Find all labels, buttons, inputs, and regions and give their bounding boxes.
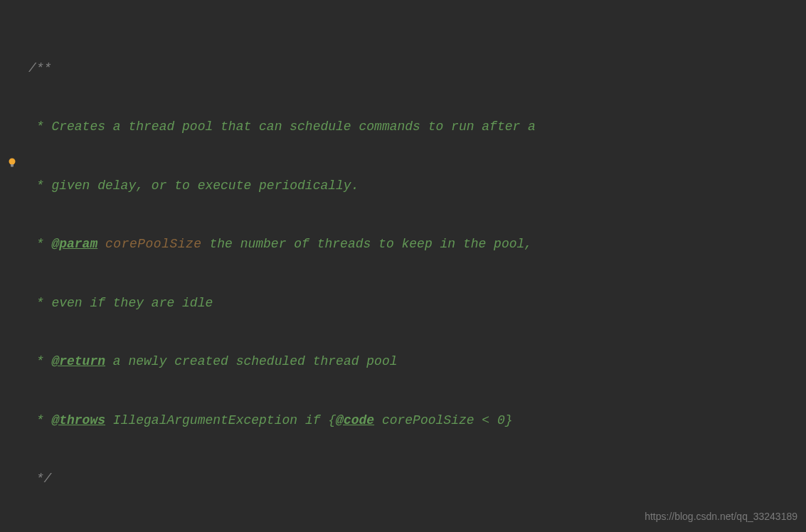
javadoc-text: * given delay, or to execute periodicall… <box>28 179 359 193</box>
javadoc-prefix: * <box>28 237 51 251</box>
javadoc-return-tag: @return <box>51 354 105 368</box>
javadoc-prefix: * <box>28 413 51 427</box>
javadoc-text: IllegalArgumentException if { <box>105 413 336 427</box>
watermark-text: https://blog.csdn.net/qq_33243189 <box>645 507 797 527</box>
javadoc-text: * even if they are idle <box>28 296 213 310</box>
javadoc-text: corePoolSize < 0} <box>374 413 512 427</box>
javadoc-param-tag: @param <box>51 237 97 251</box>
code-area[interactable]: /** * Creates a thread pool that can sch… <box>28 0 806 532</box>
code-line[interactable]: * Creates a thread pool that can schedul… <box>28 117 806 137</box>
gutter <box>0 0 28 532</box>
svg-point-0 <box>9 159 16 165</box>
javadoc-text: the number of threads to keep in the poo… <box>202 237 532 251</box>
code-line[interactable]: * even if they are idle <box>28 294 806 314</box>
code-line[interactable]: */ <box>28 469 806 489</box>
javadoc-text: * Creates a thread pool that can schedul… <box>28 119 536 134</box>
javadoc-param-name: corePoolSize <box>105 237 202 251</box>
javadoc-throws-tag: @throws <box>51 413 105 427</box>
code-line[interactable]: * given delay, or to execute periodicall… <box>28 176 806 196</box>
javadoc-code-tag: @code <box>336 413 374 427</box>
code-line[interactable]: /** <box>28 59 806 79</box>
javadoc-prefix: * <box>28 354 51 368</box>
svg-rect-2 <box>11 166 14 167</box>
code-line[interactable]: * @param corePoolSize the number of thre… <box>28 235 806 255</box>
code-editor[interactable]: /** * Creates a thread pool that can sch… <box>0 0 806 532</box>
svg-rect-1 <box>11 164 14 166</box>
javadoc-close: */ <box>28 472 51 486</box>
javadoc-open: /** <box>28 61 51 75</box>
code-line[interactable]: * @throws IllegalArgumentException if {@… <box>28 411 806 431</box>
javadoc-text: a newly created scheduled thread pool <box>105 354 397 368</box>
lightbulb-icon[interactable] <box>6 156 18 167</box>
code-line[interactable]: * @return a newly created scheduled thre… <box>28 352 806 372</box>
